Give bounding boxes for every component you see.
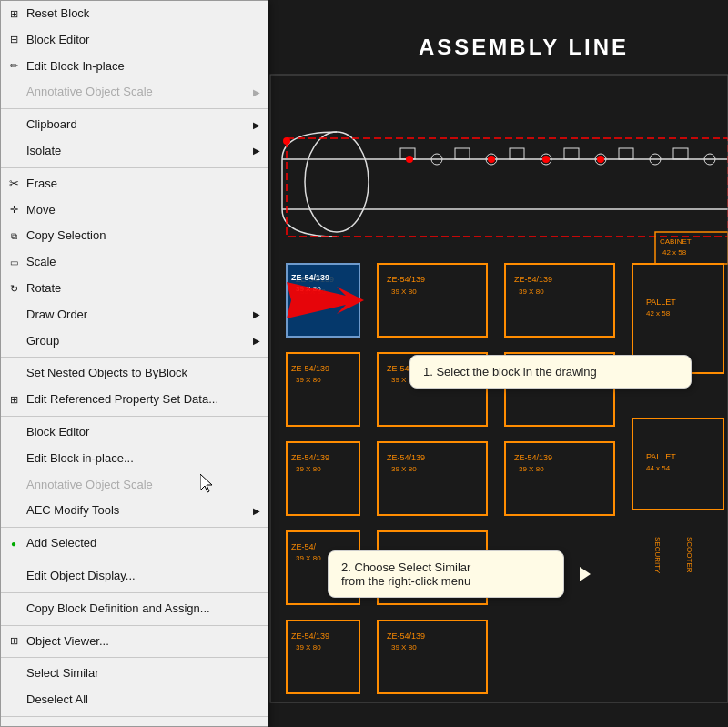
tooltip-select-block: 1. Select the block in the drawing	[410, 355, 692, 389]
svg-text:39 X 80: 39 X 80	[391, 465, 417, 473]
svg-marker-76	[200, 474, 212, 492]
menu-item-edit-block-inplace-2[interactable]: Edit Block in-place...	[1, 446, 268, 472]
svg-text:PALLET: PALLET	[646, 298, 676, 307]
svg-text:ZE-54/139: ZE-54/139	[291, 273, 329, 282]
separator-7	[1, 592, 268, 593]
add-selected-top-icon: ●	[6, 537, 21, 551]
separator-8	[1, 625, 268, 626]
separator-1	[1, 108, 268, 109]
tooltip-2-line2: from the right-click menu	[341, 574, 470, 588]
svg-text:39 X 80: 39 X 80	[519, 465, 544, 473]
menu-item-scale[interactable]: ▭ Scale	[1, 249, 268, 276]
svg-text:ASSEMBLY LINE: ASSEMBLY LINE	[419, 35, 629, 59]
reset-block-icon: ⊞	[6, 6, 21, 21]
tooltip-1-text: 1. Select the block in the drawing	[423, 365, 597, 379]
menu-item-block-editor-2[interactable]: Block Editor	[1, 419, 268, 446]
object-viewer-icon: ⊞	[6, 634, 21, 649]
svg-text:ZE-54/139: ZE-54/139	[387, 631, 425, 641]
block-editor-icon: ⊟	[6, 33, 21, 47]
svg-text:39 X 80: 39 X 80	[296, 643, 321, 651]
menu-item-edit-object-display[interactable]: Edit Object Display...	[1, 563, 268, 590]
separator-4	[1, 416, 268, 417]
svg-text:PALLET: PALLET	[646, 452, 676, 461]
svg-text:39 X 80: 39 X 80	[391, 643, 417, 651]
separator-10	[1, 716, 268, 717]
menu-item-rotate[interactable]: ↻ Rotate	[1, 276, 268, 302]
menu-item-draw-order[interactable]: Draw Order	[1, 302, 268, 328]
svg-text:44 x 54: 44 x 54	[646, 464, 671, 472]
menu-item-set-nested[interactable]: Set Nested Objects to ByBlock	[1, 360, 268, 387]
menu-item-reset-block[interactable]: ⊞ Reset Block	[1, 1, 268, 27]
svg-text:ZE-54/139: ZE-54/139	[514, 453, 552, 462]
tooltip-2-line1: 2. Choose Select Similar	[341, 560, 470, 574]
menu-item-add-selected-top[interactable]: ● Add Selected	[1, 530, 268, 557]
svg-text:SECURITY: SECURITY	[653, 537, 662, 574]
mouse-cursor	[200, 474, 215, 492]
separator-5	[1, 527, 268, 528]
menu-item-copy-block-def[interactable]: Copy Block Definition and Assign...	[1, 596, 268, 622]
menu-item-annotative-scale-2[interactable]: Annotative Object Scale	[1, 472, 268, 499]
menu-item-select-similar-1[interactable]: Select Similar	[1, 661, 268, 687]
svg-point-21	[542, 156, 550, 163]
menu-item-aec-modify[interactable]: AEC Modify Tools	[1, 498, 268, 524]
svg-text:39 X 80: 39 X 80	[391, 288, 417, 296]
context-menu: ⊞ Reset Block ⊟ Block Editor ✏ Edit Bloc…	[0, 0, 268, 727]
svg-text:SCOOTER: SCOOTER	[685, 537, 693, 573]
tooltip-select-similar: 2. Choose Select Similar from the right-…	[328, 550, 564, 598]
svg-text:42 x 58: 42 x 58	[646, 309, 671, 318]
svg-text:ZE-54/139: ZE-54/139	[387, 453, 425, 462]
edit-block-icon: ✏	[6, 59, 21, 74]
menu-item-edit-block-inplace[interactable]: ✏ Edit Block In-place	[1, 54, 268, 80]
svg-point-20	[488, 156, 495, 163]
erase-icon: ✂	[6, 177, 21, 191]
menu-item-annotative-scale[interactable]: Annotative Object Scale	[1, 79, 268, 106]
menu-item-deselect-all-1[interactable]: Deselect All	[1, 687, 268, 713]
menu-item-erase[interactable]: ✂ Erase	[1, 171, 268, 197]
tooltip-2-arrow	[580, 567, 591, 581]
menu-item-edit-referenced[interactable]: ⊞ Edit Referenced Property Set Data...	[1, 387, 268, 413]
separator-2	[1, 167, 268, 168]
separator-9	[1, 657, 268, 658]
svg-text:ZE-54/139: ZE-54/139	[291, 453, 329, 462]
menu-item-object-viewer[interactable]: ⊞ Object Viewer...	[1, 629, 268, 655]
move-icon: ✛	[6, 203, 21, 217]
menu-item-isolate[interactable]: Isolate	[1, 138, 268, 165]
svg-text:39 X 80: 39 X 80	[519, 288, 544, 296]
svg-text:39 X 80: 39 X 80	[296, 376, 321, 384]
svg-point-19	[406, 156, 413, 163]
svg-text:ZE-54/139: ZE-54/139	[291, 364, 329, 373]
svg-text:CABINET: CABINET	[660, 237, 692, 246]
svg-text:ZE-54/139: ZE-54/139	[387, 275, 425, 284]
svg-text:ZE-54/139: ZE-54/139	[291, 631, 329, 641]
svg-text:42 x 58: 42 x 58	[662, 248, 687, 257]
svg-text:ZE-54/: ZE-54/	[291, 542, 317, 551]
svg-point-22	[597, 156, 604, 163]
menu-item-properties[interactable]: Properties	[1, 720, 268, 727]
svg-text:ZE-54/139: ZE-54/139	[514, 275, 552, 284]
svg-text:39 X 80: 39 X 80	[296, 554, 321, 562]
separator-6	[1, 560, 268, 560]
edit-referenced-icon: ⊞	[6, 393, 21, 408]
menu-item-move[interactable]: ✛ Move	[1, 197, 268, 224]
scale-icon: ▭	[6, 256, 21, 270]
menu-item-group[interactable]: Group	[1, 328, 268, 355]
svg-point-18	[283, 137, 290, 145]
svg-text:39 X 80: 39 X 80	[296, 465, 321, 473]
copy-icon: ⧉	[6, 229, 21, 244]
menu-item-copy-selection[interactable]: ⧉ Copy Selection	[1, 223, 268, 249]
separator-3	[1, 357, 268, 358]
menu-item-clipboard[interactable]: Clipboard	[1, 112, 268, 138]
rotate-icon: ↻	[6, 281, 21, 296]
menu-item-block-editor-top[interactable]: ⊟ Block Editor	[1, 27, 268, 54]
